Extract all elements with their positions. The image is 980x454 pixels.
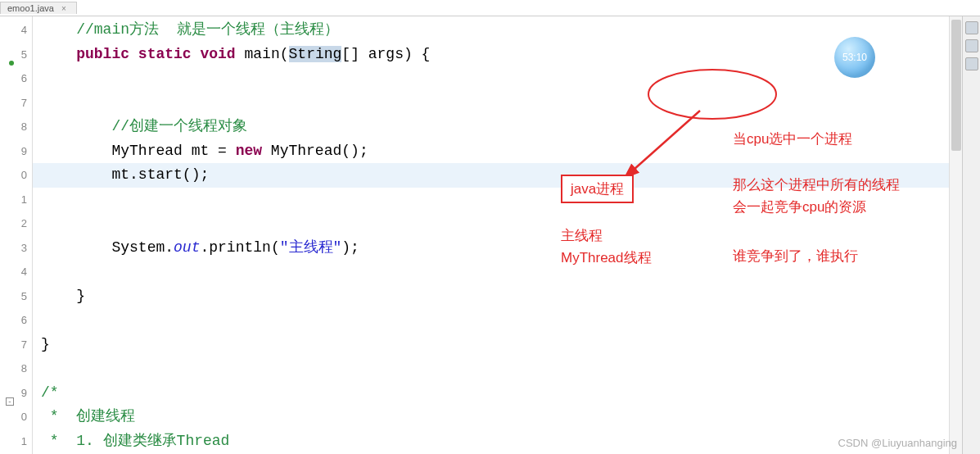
selection: String <box>289 46 342 62</box>
gutter-row: 6 <box>0 308 32 333</box>
code-line[interactable]: public static void main(String[] args) { <box>41 43 949 67</box>
editor-split: 4 5 6 7 8 9 0 1 2 3 4 5 6 7 8 -9 0 1 //m… <box>0 16 980 454</box>
comment-text: //创建一个线程对象 <box>111 118 247 134</box>
gutter-row: 3 <box>0 236 32 261</box>
code-line[interactable]: System.out.println("主线程"); <box>41 236 949 261</box>
line-gutter: 4 5 6 7 8 9 0 1 2 3 4 5 6 7 8 -9 0 1 <box>0 16 33 454</box>
code-line[interactable] <box>41 356 949 381</box>
code-line[interactable]: } <box>41 333 949 357</box>
field-out: out <box>174 239 200 256</box>
gutter-row: 2 <box>0 211 32 236</box>
right-toolbar <box>962 16 980 454</box>
gutter-row: 8 <box>0 356 32 381</box>
run-marker-icon[interactable] <box>9 61 14 66</box>
code-editor[interactable]: //main方法 就是一个线程（主线程） public static void … <box>33 16 949 454</box>
gutter-row: 9 <box>0 139 32 164</box>
code-line[interactable] <box>41 91 949 116</box>
gutter-row: 0 <box>0 405 32 429</box>
method-name: main <box>245 46 280 62</box>
code-line[interactable]: /* <box>41 381 949 406</box>
code-line[interactable] <box>41 260 949 284</box>
tasks-icon[interactable] <box>965 39 978 52</box>
gutter-row: 4 <box>0 18 32 43</box>
gutter-row: 7 <box>0 91 32 116</box>
keyword: new <box>236 143 262 159</box>
file-tab[interactable]: emoo1.java × <box>0 2 77 14</box>
tab-bar: emoo1.java × <box>0 0 980 16</box>
code-line[interactable] <box>41 211 949 236</box>
close-icon[interactable]: × <box>61 4 66 13</box>
code-line[interactable]: //创建一个线程对象 <box>41 115 949 139</box>
code-line[interactable] <box>41 188 949 212</box>
code-line[interactable]: * 创建线程 <box>41 405 949 429</box>
code-line[interactable]: MyThread mt = new MyThread(); <box>41 139 949 164</box>
gutter-row: 5 <box>0 43 32 67</box>
code-line[interactable]: } <box>41 284 949 309</box>
current-line[interactable]: mt.start(); <box>33 163 949 188</box>
tools-icon[interactable] <box>965 57 978 70</box>
gutter-row: 1 <box>0 188 32 212</box>
keyword: public <box>76 46 129 62</box>
gutter-row: 7 <box>0 333 32 357</box>
gutter-row: 8 <box>0 115 32 139</box>
outline-icon[interactable] <box>965 21 978 34</box>
code-line[interactable] <box>41 66 949 91</box>
watermark: CSDN @Liuyuanhanging <box>838 437 957 449</box>
gutter-row: 4 <box>0 260 32 284</box>
string-literal: "主线程" <box>280 239 342 256</box>
gutter-row: 6 <box>0 66 32 91</box>
gutter-row: -9 <box>0 381 32 406</box>
gutter-row: 1 <box>0 429 32 454</box>
scrollbar-thumb[interactable] <box>951 20 961 151</box>
keyword: static <box>138 46 192 62</box>
keyword: void <box>200 46 235 62</box>
tab-title: emoo1.java <box>7 3 54 13</box>
code-line[interactable] <box>41 308 949 333</box>
code-line[interactable]: * 1. 创建类继承Thread <box>41 429 949 454</box>
code-line[interactable]: //main方法 就是一个线程（主线程） <box>41 18 949 43</box>
gutter-row: 0 <box>0 163 32 188</box>
gutter-row: 5 <box>0 284 32 309</box>
scrollbar[interactable] <box>949 16 962 454</box>
comment-text: //main方法 就是一个线程（主线程） <box>76 21 338 38</box>
